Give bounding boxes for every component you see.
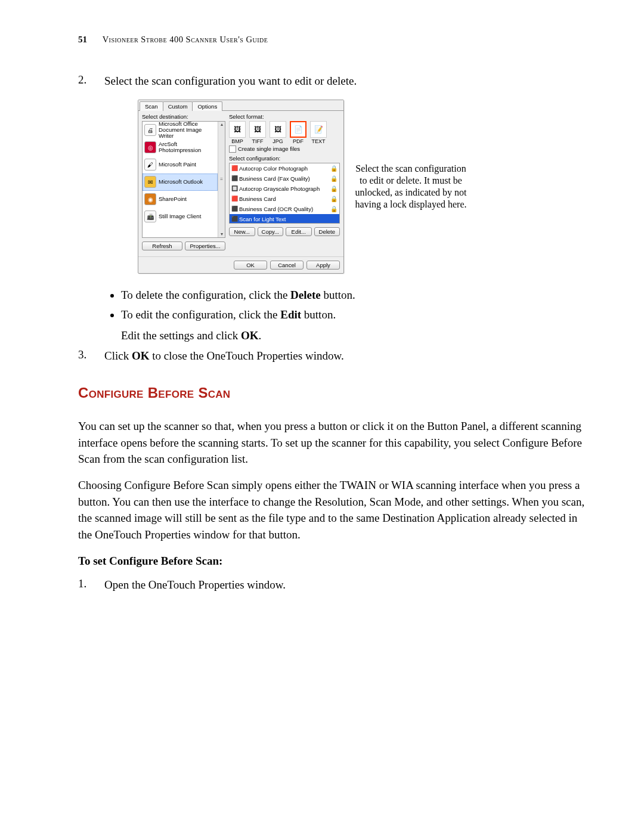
dest-item-office-doc-writer[interactable]: 🖨 Microsoft Office Document Image Writer	[143, 122, 218, 139]
lock-icon: 🔒	[330, 175, 338, 182]
dest-item-still-image[interactable]: 📠 Still Image Client	[143, 208, 218, 225]
dest-item-outlook[interactable]: ✉ Microsoft Outlook	[143, 174, 218, 191]
delete-button[interactable]: Delete	[314, 227, 340, 236]
format-text-label: TEXT	[310, 138, 327, 144]
bullet-delete: To delete the configuration, click the D…	[121, 287, 593, 304]
dest-item-sharepoint[interactable]: ◉ SharePoint	[143, 191, 218, 208]
subheading: To set Configure Before Scan:	[78, 555, 593, 568]
bw-swatch-icon: ⬛	[231, 175, 237, 181]
copy-button[interactable]: Copy...	[258, 227, 284, 236]
single-image-files-label: Create single image files	[238, 145, 300, 152]
format-tiff-icon[interactable]: 🖼	[249, 121, 266, 138]
destination-scrollbar[interactable]: ▴ ≡ ▾	[218, 122, 225, 237]
tab-options[interactable]: Options	[192, 101, 222, 111]
dest-item-label: Still Image Client	[159, 213, 201, 219]
instruction-bullets: To delete the configuration, click the D…	[121, 287, 593, 323]
format-pdf-label: PDF	[290, 138, 306, 144]
set-step-1-row: 1. Open the OneTouch Properties window.	[78, 577, 593, 593]
step-3-number: 3.	[78, 348, 104, 364]
cfg-item-autocrop-gray[interactable]: 🔲Autocrop Grayscale Photograph 🔒	[230, 184, 339, 194]
format-jpg-icon[interactable]: 🖼	[270, 121, 286, 138]
format-pdf-icon[interactable]: 📄	[290, 121, 306, 138]
bullet-edit: To edit the configuration, click the Edi…	[121, 306, 593, 323]
cfg-item-autocrop-color[interactable]: 🟥Autocrop Color Photograph 🔒	[230, 163, 339, 174]
page-header: 51 Visioneer Strobe 400 Scanner User's G…	[78, 35, 593, 45]
edit-button[interactable]: Edit...	[286, 227, 312, 236]
paragraph-2: Choosing Configure Before Scan simply op…	[78, 477, 593, 543]
cfg-item-biz-fax[interactable]: ⬛Business Card (Fax Quality) 🔒	[230, 174, 339, 184]
scroll-thumb-icon[interactable]: ≡	[220, 176, 223, 182]
scroll-up-icon[interactable]: ▴	[221, 122, 223, 128]
step-3-row: 3. Click OK to close the OneTouch Proper…	[78, 348, 593, 364]
select-destination-label: Select destination:	[142, 113, 225, 120]
lock-icon: 🔒	[330, 206, 338, 212]
dest-item-label: Microsoft Outlook	[159, 179, 203, 185]
step-2-number: 2.	[78, 73, 104, 89]
sharepoint-icon: ◉	[144, 193, 156, 205]
page-number: 51	[78, 35, 87, 44]
outlook-icon: ✉	[144, 176, 156, 188]
cfg-item-label: Business Card (Fax Quality)	[239, 175, 310, 182]
dest-item-label: SharePoint	[159, 196, 187, 202]
figure-callout: Select the scan configuration to edit or…	[351, 163, 470, 210]
format-tiff-label: TIFF	[249, 138, 266, 144]
bw-swatch-icon: ⬛	[231, 206, 237, 212]
lock-icon: 🔒	[330, 196, 338, 202]
onetouch-dialog: Scan Custom Options Select destination: …	[138, 100, 344, 274]
paragraph-1: You can set up the scanner so that, when…	[78, 418, 593, 467]
configuration-listbox[interactable]: 🟥Autocrop Color Photograph 🔒 ⬛Business C…	[229, 163, 340, 224]
cfg-item-label: Business Card	[239, 196, 276, 202]
dest-item-label: ArcSoft PhotoImpression	[159, 141, 216, 153]
scanner-icon: 📠	[144, 210, 156, 222]
select-format-label: Select format:	[229, 113, 340, 120]
bw-swatch-icon: ⬛	[231, 216, 237, 222]
color-swatch-icon: 🟥	[231, 165, 237, 171]
cfg-item-label: Autocrop Grayscale Photograph	[239, 185, 320, 192]
destination-listbox[interactable]: 🖨 Microsoft Office Document Image Writer…	[142, 121, 225, 238]
cancel-button[interactable]: Cancel	[270, 261, 304, 270]
single-image-files-checkbox[interactable]	[229, 145, 236, 153]
select-configuration-label: Select configuration:	[229, 155, 340, 162]
lock-icon: 🔒	[330, 185, 338, 192]
format-text-icon[interactable]: 📝	[310, 121, 327, 138]
cfg-item-biz-ocr[interactable]: ⬛Business Card (OCR Quality) 🔒	[230, 204, 339, 214]
refresh-button[interactable]: Refresh	[142, 241, 182, 250]
cfg-item-label: Scan for Light Text	[239, 216, 286, 222]
dest-item-arcsoft[interactable]: ◎ ArcSoft PhotoImpression	[143, 139, 218, 156]
new-button[interactable]: New...	[229, 227, 255, 236]
step-3-text: Click OK to close the OneTouch Propertie…	[104, 348, 593, 364]
format-jpg-label: JPG	[270, 138, 286, 144]
format-bmp-icon[interactable]: 🖼	[229, 121, 246, 138]
lock-icon: 🔒	[330, 165, 338, 172]
gray-swatch-icon: 🔲	[231, 185, 237, 191]
step-2-text: Select the scan configuration you want t…	[104, 73, 593, 89]
format-bmp-label: BMP	[229, 138, 246, 144]
cfg-item-label: Autocrop Color Photograph	[239, 165, 308, 172]
tab-scan[interactable]: Scan	[140, 101, 163, 111]
dest-item-mspaint[interactable]: 🖌 Microsoft Paint	[143, 156, 218, 174]
apply-button[interactable]: Apply	[306, 261, 340, 270]
dest-item-label: Microsoft Paint	[159, 162, 196, 168]
tab-custom[interactable]: Custom	[163, 101, 193, 111]
ok-button[interactable]: OK	[234, 261, 267, 270]
scroll-down-icon[interactable]: ▾	[221, 231, 223, 237]
properties-button[interactable]: Properties...	[185, 241, 225, 250]
color-swatch-icon: 🟥	[231, 196, 237, 202]
guide-title: Visioneer Strobe 400 Scanner User's Guid…	[103, 35, 268, 44]
set-step-1-text: Open the OneTouch Properties window.	[104, 577, 593, 593]
dialog-tabs: Scan Custom Options	[138, 100, 343, 111]
paint-icon: 🖌	[144, 159, 156, 171]
edit-settings-line: Edit the settings and click OK.	[121, 329, 593, 342]
set-step-1-number: 1.	[78, 577, 104, 593]
cfg-item-biz-card[interactable]: 🟥Business Card 🔒	[230, 194, 339, 204]
cfg-item-scan-light-text[interactable]: ⬛Scan for Light Text	[230, 214, 339, 224]
step-2-row: 2. Select the scan configuration you wan…	[78, 73, 593, 89]
cfg-item-label: Business Card (OCR Quality)	[239, 206, 313, 212]
section-heading: Configure Before Scan	[78, 385, 593, 401]
dest-item-label: Microsoft Office Document Image Writer	[159, 121, 216, 139]
photo-app-icon: ◎	[144, 141, 156, 153]
printer-icon: 🖨	[144, 124, 156, 136]
